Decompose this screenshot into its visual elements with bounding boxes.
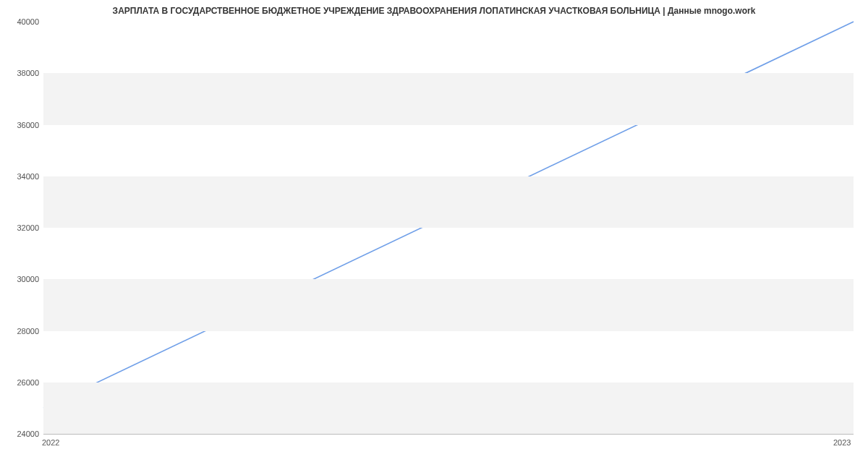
- plot-band: [43, 279, 854, 330]
- y-tick-label: 32000: [3, 223, 39, 232]
- plot-band: [43, 383, 854, 434]
- plot-band: [43, 73, 854, 124]
- y-tick-label: 38000: [3, 69, 39, 77]
- y-tick-label: 24000: [3, 430, 39, 438]
- plot-area: [43, 22, 854, 435]
- y-tick-label: 30000: [3, 275, 39, 283]
- plot-band: [43, 176, 854, 228]
- x-tick-label: 2023: [833, 438, 851, 447]
- x-tick-label: 2022: [42, 438, 59, 447]
- salary-chart: ЗАРПЛАТА В ГОСУДАРСТВЕННОЕ БЮДЖЕТНОЕ УЧР…: [0, 0, 868, 470]
- y-tick-label: 36000: [3, 121, 39, 129]
- y-tick-label: 28000: [3, 327, 39, 336]
- y-tick-label: 40000: [3, 17, 39, 26]
- y-tick-label: 26000: [3, 378, 39, 387]
- y-tick-label: 34000: [3, 172, 39, 181]
- chart-title: ЗАРПЛАТА В ГОСУДАРСТВЕННОЕ БЮДЖЕТНОЕ УЧР…: [0, 6, 868, 16]
